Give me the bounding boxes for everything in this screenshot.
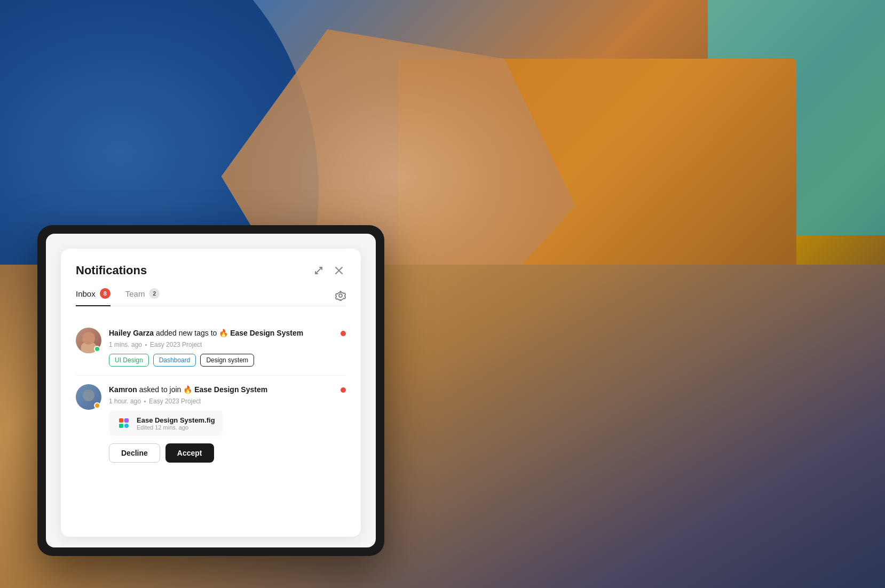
notif-project-hailey: Ease Design System: [230, 329, 303, 337]
notif-project-kamron: Ease Design System: [194, 385, 267, 394]
notif-emoji-kamron: 🔥: [183, 385, 194, 394]
tablet-screen: Notifications: [46, 234, 376, 547]
meta-dot: [145, 344, 147, 346]
notif-action-kamron: asked to join: [139, 385, 184, 394]
status-dot-hailey: [94, 346, 100, 352]
unread-dot-hailey: [341, 331, 346, 336]
tag-ui-design[interactable]: UI Design: [109, 354, 149, 367]
notif-time-kamron: 1 hour. ago: [109, 398, 141, 405]
decline-button[interactable]: Decline: [109, 443, 160, 463]
notif-content-kamron: Kamron asked to join 🔥 Ease Design Syste…: [109, 384, 333, 463]
figma-icon-svg: [118, 417, 130, 429]
notif-user-kamron: Kamron: [109, 385, 137, 394]
avatar-wrap-kamron: [76, 384, 101, 410]
file-info: Ease Design System.fig Edited 12 mins. a…: [137, 416, 215, 431]
panel-actions: [312, 264, 346, 277]
svg-point-4: [339, 294, 342, 297]
svg-rect-7: [119, 424, 123, 428]
notif-text-hailey: Hailey Garza added new tags to 🔥 Ease De…: [109, 328, 333, 339]
notif-workspace-hailey: Easy 2023 Project: [150, 341, 202, 348]
tabs-settings[interactable]: [335, 290, 346, 304]
notification-item-hailey: Hailey Garza added new tags to 🔥 Ease De…: [76, 319, 346, 376]
svg-point-8: [124, 424, 129, 428]
notif-meta-hailey: 1 mins. ago Easy 2023 Project: [109, 341, 333, 348]
expand-button[interactable]: [312, 264, 326, 277]
avatar-wrap-hailey: [76, 328, 101, 353]
tabs-container: Inbox 8 Team 2: [76, 288, 346, 306]
svg-rect-6: [124, 418, 129, 423]
meta-dot-2: [144, 401, 146, 402]
panel-header: Notifications: [76, 264, 346, 277]
close-button[interactable]: [332, 264, 346, 277]
notif-user-hailey: Hailey Garza: [109, 329, 154, 337]
tag-design-system[interactable]: Design system: [200, 354, 254, 367]
svg-rect-5: [119, 418, 123, 423]
notification-item-kamron: Kamron asked to join 🔥 Ease Design Syste…: [76, 376, 346, 471]
notif-tags-hailey: UI Design Dashboard Design system: [109, 354, 333, 367]
accept-button[interactable]: Accept: [165, 443, 214, 463]
file-edited: Edited 12 mins. ago: [137, 424, 215, 431]
tab-inbox[interactable]: Inbox 8: [76, 288, 110, 306]
notif-emoji-hailey: 🔥: [219, 329, 230, 337]
tab-team-badge: 2: [149, 288, 160, 299]
bg-box: [708, 323, 841, 471]
tab-team[interactable]: Team 2: [125, 288, 160, 306]
close-icon: [334, 266, 344, 275]
tag-dashboard[interactable]: Dashboard: [153, 354, 196, 367]
notif-workspace-kamron: Easy 2023 Project: [149, 398, 201, 405]
notif-content-hailey: Hailey Garza added new tags to 🔥 Ease De…: [109, 328, 333, 367]
file-attachment: Ease Design System.fig Edited 12 mins. a…: [109, 410, 223, 436]
notification-panel: Notifications: [61, 249, 361, 537]
notif-meta-kamron: 1 hour. ago Easy 2023 Project: [109, 398, 333, 405]
gear-icon: [335, 290, 346, 301]
expand-icon: [314, 266, 323, 275]
notif-text-kamron: Kamron asked to join 🔥 Ease Design Syste…: [109, 384, 333, 395]
tab-inbox-badge: 8: [100, 288, 110, 299]
status-dot-kamron: [94, 402, 100, 409]
file-name: Ease Design System.fig: [137, 416, 215, 424]
tab-team-label: Team: [125, 289, 145, 298]
notif-action-hailey: added new tags to: [156, 329, 219, 337]
unread-dot-kamron: [341, 387, 346, 393]
panel-title: Notifications: [76, 264, 147, 277]
figma-file-icon: [116, 416, 131, 431]
tablet-device: Notifications: [37, 225, 384, 556]
tab-inbox-label: Inbox: [76, 289, 96, 298]
notif-time-hailey: 1 mins. ago: [109, 341, 142, 348]
action-buttons: Decline Accept: [109, 443, 333, 463]
